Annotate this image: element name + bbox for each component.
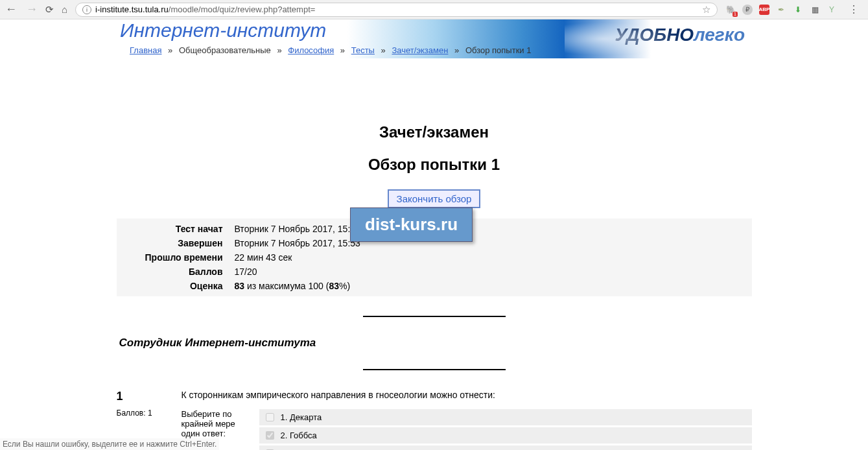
browser-toolbar: ← → ⟳ ⌂ i i-institute.tsu.tula.ru/moodle… [0,0,868,19]
abp-icon[interactable]: ABP [759,5,769,15]
url-text: i-institute.tsu.tula.ru/moodle/mod/quiz/… [95,5,698,14]
answer-option: 3. В.Лейбниц [259,445,752,450]
feather-icon[interactable]: ✒ [776,5,786,15]
grid-icon[interactable]: ▦ [810,5,820,15]
page-title-1: Зачет/экзамен [117,123,752,141]
back-button[interactable]: ← [5,3,17,16]
table-row: Оценка83 из максимума 100 (83%) [118,279,751,292]
answer-label: 1. Декарта [281,412,322,422]
address-bar[interactable]: i i-institute.tsu.tula.ru/moodle/mod/qui… [75,3,718,17]
table-row: Прошло времени22 мин 43 сек [118,251,751,264]
divider [363,369,506,370]
answer-options: 1. Декарта2. Гоббса3. В.Лейбниц4. Спиноз… [259,409,752,450]
browser-menu[interactable]: ⋮ [845,3,863,16]
reload-button[interactable]: ⟳ [45,4,54,16]
evernote-icon[interactable]: 🐘 [725,5,736,15]
breadcrumb-item: Общеобразовательные [179,45,271,55]
answer-label: 2. Гоббса [281,431,317,440]
breadcrumb-current: Обзор попытки 1 [465,45,532,55]
breadcrumb-tests[interactable]: Тесты [351,45,375,55]
page-header: Интернет-институт УДОБНОлегко Главная » … [0,19,868,58]
question-number: 1 [117,390,169,403]
divider [363,316,506,317]
extension-icons: 🐘 ₽ ABP ✒ ⬇ ▦ Y [725,5,837,15]
breadcrumb-exam[interactable]: Зачет/экзамен [392,45,448,55]
y-icon[interactable]: Y [827,5,837,15]
watermark: dist-kurs.ru [350,207,473,242]
forward-button[interactable]: → [26,3,38,16]
question-text: К сторонникам эмпирического направления … [182,390,752,400]
answer-option: 2. Гоббса [259,427,752,444]
breadcrumb-course[interactable]: Философия [288,45,334,55]
table-row: Баллов17/20 [118,265,751,278]
bookmark-icon[interactable]: ☆ [702,4,710,16]
section-title: Сотрудник Интернет-института [119,337,752,349]
question-points: Баллов: 1 [117,409,169,418]
site-title: Интернет-институт [120,19,326,41]
breadcrumb: Главная » Общеобразовательные » Философи… [130,45,531,55]
answer-checkbox[interactable] [266,431,274,440]
site-info-icon[interactable]: i [82,5,91,14]
finish-review-button[interactable]: Закончить обзор [388,189,481,208]
answer-checkbox[interactable] [266,413,274,421]
logo-right: УДОБНОлегко [615,25,745,45]
page-title-2: Обзор попытки 1 [117,156,752,174]
answer-option: 1. Декарта [259,409,752,425]
breadcrumb-home[interactable]: Главная [130,45,161,55]
home-button[interactable]: ⌂ [62,4,67,15]
download-icon[interactable]: ⬇ [793,5,803,15]
ruble-icon[interactable]: ₽ [742,5,753,15]
footer-hint: Если Вы нашли ошибку, выделите ее и нажм… [0,438,219,450]
